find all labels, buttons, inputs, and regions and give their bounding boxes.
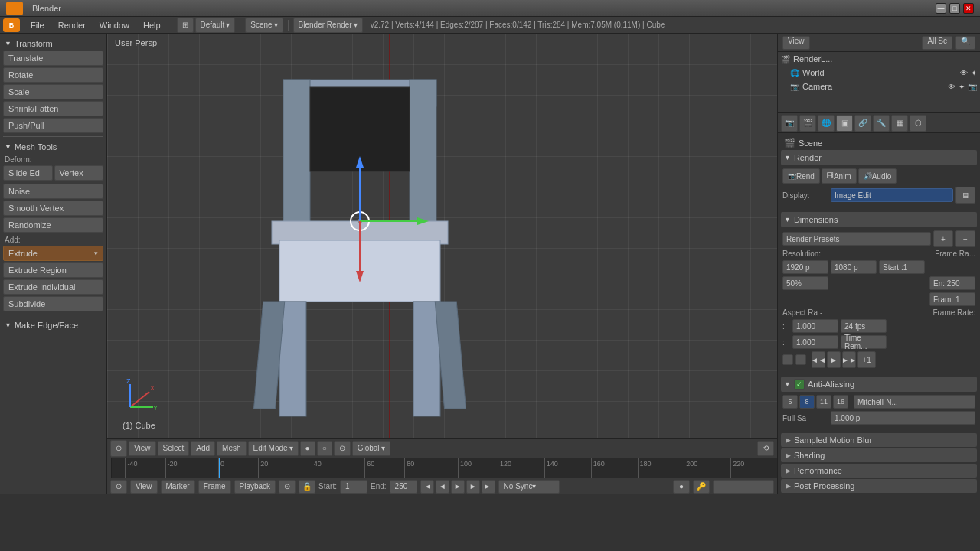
viewport-add-menu[interactable]: Add xyxy=(191,441,215,456)
prop-tab-object[interactable]: ▣ xyxy=(836,115,853,132)
record-button[interactable]: ● xyxy=(673,480,690,494)
menu-help[interactable]: Help xyxy=(137,19,167,31)
performance-header[interactable]: ▶ Performance xyxy=(781,464,977,478)
prop-tab-constraint[interactable]: 🔗 xyxy=(854,115,871,132)
randomize-button[interactable]: Randomize xyxy=(3,217,103,233)
menu-file[interactable]: File xyxy=(24,19,51,31)
bottom-playback-menu[interactable]: Playback xyxy=(234,480,276,494)
presets-add-btn[interactable]: + xyxy=(933,230,953,247)
render-display-icon[interactable]: 🖥 xyxy=(956,187,975,204)
render-section-header[interactable]: ▼ Render xyxy=(781,150,977,165)
push-pull-button[interactable]: Push/Pull xyxy=(3,118,103,133)
prop-tab-material[interactable]: ⬡ xyxy=(910,115,926,132)
bottom-frame-menu[interactable]: Frame xyxy=(198,480,231,494)
frame-start-field[interactable]: Start :1 xyxy=(879,260,925,274)
sync-selector[interactable]: No Sync ▾ xyxy=(498,480,560,494)
start-frame-field[interactable]: 1 xyxy=(340,480,368,494)
menu-render[interactable]: Render xyxy=(52,19,92,31)
render-engine-selector[interactable]: Blender Render ▾ xyxy=(293,18,363,33)
end-frame-field[interactable]: 250 xyxy=(390,480,417,494)
aa-11-btn[interactable]: 11 xyxy=(816,395,831,409)
extrude-button[interactable]: Extrude ▾ xyxy=(3,246,103,261)
shrink-fatten-button[interactable]: Shrink/Fatten xyxy=(3,101,103,116)
nav-plus-btn[interactable]: +1 xyxy=(858,351,876,368)
viewport-select-menu[interactable]: Select xyxy=(158,441,190,456)
smooth-vertex-button[interactable]: Smooth Vertex xyxy=(3,201,103,216)
outliner-view-btn[interactable]: View xyxy=(782,36,810,50)
viewport-mesh-menu[interactable]: Mesh xyxy=(217,441,246,456)
outliner-search[interactable]: 🔍 xyxy=(956,36,975,50)
nav-back-btn[interactable]: ◄◄ xyxy=(812,351,825,368)
time-rem-field[interactable]: Time Rem... xyxy=(841,335,887,349)
render-presets-field[interactable]: Render Presets xyxy=(782,232,931,246)
aa-header[interactable]: ▼ ✓ Anti-Aliasing xyxy=(781,377,977,392)
aa-16-btn[interactable]: 16 xyxy=(833,395,848,409)
outline-renderl[interactable]: 🎬 RenderL... xyxy=(778,52,980,66)
checkbox-1[interactable] xyxy=(782,354,793,365)
noise-button[interactable]: Noise xyxy=(3,184,103,199)
timeline-ruler[interactable]: -40 -20 0 20 40 60 80 100 120 140 160 18… xyxy=(112,458,777,478)
aa-5-btn[interactable]: 5 xyxy=(782,395,798,409)
extrude-region-button[interactable]: Extrude Region xyxy=(3,262,103,278)
resolution-pct-field[interactable]: 50% xyxy=(782,276,828,290)
viewport-manipulator-btn[interactable]: ⟲ xyxy=(757,441,774,456)
checkbox-2[interactable] xyxy=(795,354,806,365)
prop-tab-render[interactable]: 📷 xyxy=(781,115,798,132)
sampled-motion-header[interactable]: ▶ Sampled Motion Blur xyxy=(781,433,977,447)
frame-current-field[interactable]: Fram: 1 xyxy=(929,292,975,306)
subdivide-button[interactable]: Subdivide xyxy=(3,296,103,311)
height-field[interactable]: 1080 p xyxy=(831,260,877,274)
scale-button[interactable]: Scale xyxy=(3,84,103,99)
close-button[interactable]: ✕ xyxy=(963,3,974,14)
presets-remove-btn[interactable]: − xyxy=(956,230,975,247)
prop-tab-modifier[interactable]: 🔧 xyxy=(873,115,890,132)
all-scenes-btn[interactable]: All Sc xyxy=(922,36,952,50)
viewport-shading-dot2[interactable]: ○ xyxy=(317,441,332,456)
slide-edge-button[interactable]: Slide Ed xyxy=(3,165,53,181)
display-field[interactable]: Image Edit xyxy=(831,188,953,202)
keying-icon[interactable]: ⊙ xyxy=(279,480,296,494)
translate-button[interactable]: Translate xyxy=(3,51,103,66)
render-tab-rend[interactable]: 📷 Rend xyxy=(782,168,820,184)
screen-layout-selector[interactable]: Default ▾ xyxy=(195,18,236,33)
viewport-shading-dot[interactable]: ● xyxy=(300,441,315,456)
aspect-x-field[interactable]: 1.000 xyxy=(792,319,838,333)
keyframe-button[interactable]: 🔑 xyxy=(693,480,710,494)
rotate-button[interactable]: Rotate xyxy=(3,67,103,83)
next-frame-button[interactable]: ► xyxy=(466,480,480,494)
lock-icon[interactable]: 🔒 xyxy=(299,480,315,494)
prev-frame-button[interactable]: ◄ xyxy=(436,480,449,494)
mesh-tools-header[interactable]: ▼ Mesh Tools xyxy=(3,140,103,154)
nav-forward-btn[interactable]: ► xyxy=(827,351,841,368)
minimize-button[interactable]: — xyxy=(936,3,946,14)
dimensions-header[interactable]: ▼ Dimensions xyxy=(781,212,977,227)
jump-end-button[interactable]: ►| xyxy=(482,480,495,494)
width-field[interactable]: 1920 p xyxy=(782,260,828,274)
outline-world[interactable]: 🌐 World 👁 ✦ xyxy=(778,66,980,80)
aa-full-sa-field[interactable]: 1.000 p xyxy=(831,411,975,425)
fps-field[interactable]: 24 fps xyxy=(841,319,887,333)
aa-checkbox[interactable]: ✓ xyxy=(794,379,805,390)
prop-tab-scene[interactable]: 🎬 xyxy=(799,115,816,132)
viewport-global-selector[interactable]: Global ▾ xyxy=(352,441,390,456)
aa-8-btn[interactable]: 8 xyxy=(799,395,815,409)
outline-camera[interactable]: 📷 Camera 👁 ✦ 📷 xyxy=(778,80,980,93)
prop-tab-data[interactable]: ▦ xyxy=(891,115,908,132)
render-tab-anim[interactable]: 🎞 Anim xyxy=(822,168,857,184)
make-edge-face-header[interactable]: ▼ Make Edge/Face xyxy=(3,318,103,332)
scene-selector[interactable]: Scene ▾ xyxy=(245,18,283,33)
play-button[interactable]: ► xyxy=(451,480,465,494)
screen-layout-icon[interactable]: ⊞ xyxy=(177,18,194,33)
render-tab-audio[interactable]: 🔊 Audio xyxy=(858,168,897,184)
nav-skip-btn[interactable]: ►► xyxy=(842,351,856,368)
viewport-icon-btn[interactable]: ⊙ xyxy=(110,440,127,457)
transform-section-header[interactable]: ▼ Transform xyxy=(3,37,103,51)
prop-tab-world[interactable]: 🌐 xyxy=(818,115,835,132)
viewport[interactable]: User Persp xyxy=(107,34,777,438)
bottom-marker-menu[interactable]: Marker xyxy=(161,480,195,494)
vertex-button[interactable]: Vertex xyxy=(54,165,104,181)
menu-window[interactable]: Window xyxy=(93,19,136,31)
viewport-overlay-btn[interactable]: ⊙ xyxy=(334,441,351,456)
jump-start-button[interactable]: |◄ xyxy=(420,480,434,494)
frame-end-field[interactable]: En: 250 xyxy=(929,276,975,290)
